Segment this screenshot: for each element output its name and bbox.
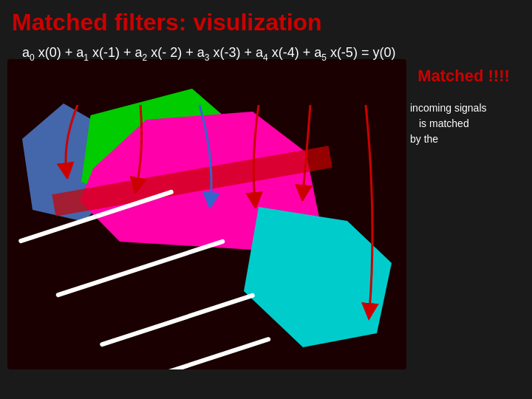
arrow-a3 — [236, 105, 281, 208]
eq-a2: a2 x(- 2) — [134, 45, 182, 60]
text-panel: Matched !!!! incoming signals is matched… — [403, 59, 525, 154]
eq-a0: a0 x(0) — [22, 45, 61, 60]
description-line3: by the — [410, 133, 438, 145]
description: incoming signals is matched by the — [410, 100, 517, 147]
description-line1: incoming signals — [410, 102, 487, 114]
eq-a4: a4 x(-4) — [256, 45, 299, 60]
eq-plus5: + — [303, 45, 315, 60]
eq-a5: a5 x(-5) — [314, 45, 358, 60]
aircraft-image — [7, 59, 406, 369]
eq-a3: a3 x(-3) — [197, 45, 241, 60]
eq-plus4: + — [244, 45, 256, 60]
arrow-a0 — [55, 105, 100, 179]
arrow-a4 — [288, 105, 332, 201]
eq-plus1: + — [65, 45, 77, 60]
arrow-a2 — [177, 105, 222, 208]
slide: Matched filters: visulization a0 x(0) + … — [0, 0, 532, 399]
slide-title: Matched filters: visulization — [0, 0, 532, 41]
arrow-a1 — [122, 105, 159, 194]
eq-plus3: + — [185, 45, 197, 60]
eq-a1: a1 x(-1) — [76, 45, 120, 60]
arrow-a5 — [340, 105, 392, 327]
eq-equals: = y(0) — [361, 45, 396, 60]
description-line2: is matched — [410, 116, 517, 132]
matched-label: Matched !!!! — [410, 66, 517, 86]
eq-plus2: + — [123, 45, 135, 60]
